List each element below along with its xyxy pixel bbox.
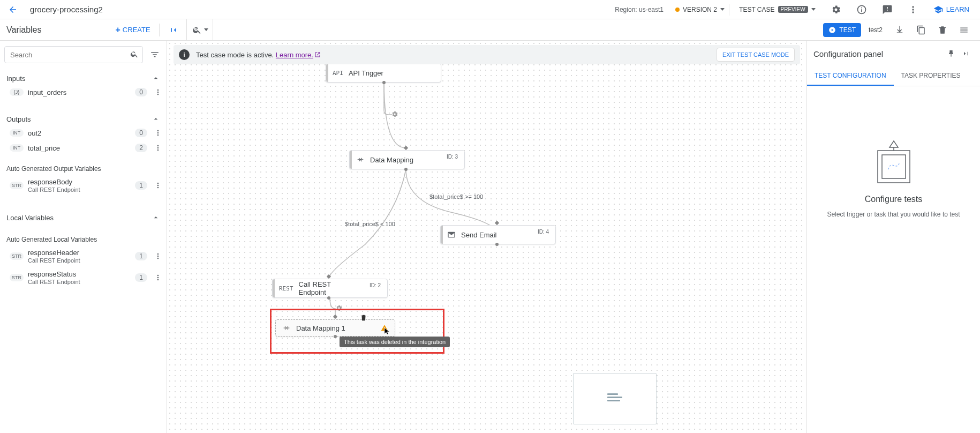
variable-row[interactable]: STR responseHeader Call REST Endpoint 1 [0, 245, 167, 267]
learn-button[interactable]: LEARN [929, 5, 974, 14]
collapse-sidebar-button[interactable] [164, 20, 183, 40]
node-call-rest[interactable]: REST Call REST Endpoint ID: 2 [272, 279, 388, 298]
delete-button[interactable] [933, 20, 952, 40]
chevron-down-icon [204, 28, 208, 31]
chevron-down-icon [811, 8, 816, 11]
mapping-icon [356, 155, 365, 164]
menu-button[interactable] [954, 20, 974, 40]
integration-canvas[interactable]: i Test case mode is active. Learn more. … [167, 41, 806, 433]
node-label: Send Email [461, 231, 522, 239]
more-vert-icon[interactable] [154, 252, 162, 260]
usage-count: 0 [135, 88, 147, 96]
more-button[interactable] [903, 0, 923, 19]
configuration-panel: Configuration panel TEST CONFIGURATION T… [806, 41, 980, 433]
delete-edge-icon[interactable] [360, 314, 367, 322]
usage-count: 0 [135, 129, 147, 137]
download-icon [895, 25, 904, 35]
node-data-mapping[interactable]: Data Mapping ID: 3 [349, 150, 465, 169]
version-status-dot [675, 8, 680, 12]
variable-row[interactable]: STR responseStatus Call REST Endpoint 1 [0, 267, 167, 288]
back-button[interactable] [6, 3, 19, 16]
section-local[interactable]: Local Variables [0, 208, 167, 224]
node-send-email[interactable]: Send Email ID: 4 [440, 225, 556, 244]
more-vert-icon[interactable] [154, 129, 162, 137]
rest-icon: REST [279, 285, 293, 292]
learn-more-link[interactable]: Learn more. [276, 51, 321, 59]
search-input[interactable] [4, 46, 143, 63]
exit-test-mode-button[interactable]: EXIT TEST CASE MODE [717, 48, 795, 62]
api-icon: API [333, 70, 343, 77]
version-selector[interactable]: VERSION 2 [671, 4, 729, 16]
testcase-selector[interactable]: TEST CASE PREVIEW [735, 4, 820, 16]
test-selector[interactable]: test2 [863, 23, 888, 37]
version-label: VERSION 2 [683, 6, 717, 13]
download-button[interactable] [890, 20, 909, 40]
filter-icon [150, 50, 160, 59]
edge-settings-icon[interactable] [391, 110, 399, 119]
variable-row[interactable]: STR responseBody Call REST Endpoint 1 [0, 175, 167, 196]
variable-name: responseStatus [28, 270, 131, 278]
test-label: TEST [839, 26, 856, 34]
configure-illustration [867, 140, 921, 188]
info-button[interactable] [852, 0, 871, 19]
learn-label: LEARN [946, 5, 969, 13]
edge-condition: $total_price$ < 100 [345, 221, 395, 227]
more-vert-icon[interactable] [154, 88, 162, 96]
usage-count: 1 [135, 181, 147, 190]
chevron-up-icon [152, 213, 160, 222]
node-id: ID: 2 [370, 282, 381, 288]
tab-task-properties[interactable]: TASK PROPERTIES [894, 66, 968, 86]
toolbar: Variables + CREATE TEST test2 [0, 19, 980, 41]
variable-row[interactable]: {J} input_orders 0 [0, 85, 167, 100]
zoom-in-icon [192, 25, 202, 35]
banner-text: Test case mode is active. Learn more. [196, 51, 321, 59]
search-icon [130, 50, 139, 60]
plus-icon: + [116, 25, 120, 35]
variables-heading: Variables [6, 25, 42, 35]
variable-row[interactable]: INT out2 0 [0, 125, 167, 140]
panel-title: Configuration panel [813, 49, 944, 58]
deleted-task-tooltip: This task was deleted in the integration [340, 337, 450, 347]
play-circle-icon [828, 26, 836, 34]
chevron-down-icon [720, 8, 725, 11]
variable-type-badge: STR [10, 274, 24, 281]
copy-button[interactable] [911, 20, 931, 40]
usage-count: 1 [135, 273, 147, 282]
pin-panel-button[interactable] [944, 46, 959, 61]
tab-test-config[interactable]: TEST CONFIGURATION [807, 66, 894, 86]
node-label: API Trigger [349, 69, 383, 77]
chevron-up-icon [152, 115, 160, 123]
more-vert-icon[interactable] [154, 181, 162, 190]
variables-sidebar: Inputs {J} input_orders 0 Outputs INT ou… [0, 41, 167, 433]
section-title: Inputs [6, 74, 25, 83]
section-inputs[interactable]: Inputs [0, 69, 167, 85]
more-vert-icon[interactable] [154, 144, 162, 152]
search-variables[interactable] [4, 46, 143, 63]
run-test-button[interactable]: TEST [823, 23, 861, 37]
chevron-up-icon [152, 74, 160, 83]
variable-row[interactable]: INT total_price 2 [0, 140, 167, 155]
region-label: Region: us-east1 [615, 6, 664, 13]
mail-icon [447, 230, 456, 239]
feedback-button[interactable] [878, 0, 897, 19]
node-id: ID: 3 [447, 154, 458, 160]
variable-source: Call REST Endpoint [28, 279, 131, 285]
feedback-icon [882, 4, 893, 15]
collapse-panel-button[interactable] [959, 46, 974, 61]
node-api-trigger[interactable]: API API Trigger [326, 63, 441, 83]
cursor-icon [384, 327, 391, 335]
section-outputs[interactable]: Outputs [0, 109, 167, 125]
filter-button[interactable] [147, 47, 162, 62]
gear-icon [831, 4, 841, 15]
variable-name: total_price [28, 144, 131, 152]
more-vert-icon[interactable] [154, 273, 162, 282]
learn-icon [933, 5, 943, 14]
svg-rect-1 [878, 151, 910, 183]
create-variable-button[interactable]: + CREATE [111, 23, 155, 37]
settings-button[interactable] [826, 0, 846, 19]
more-vert-icon [908, 4, 918, 15]
topbar: grocery-processing2 Region: us-east1 VER… [0, 0, 980, 19]
zoom-button[interactable] [192, 20, 208, 40]
node-label: Data Mapping [370, 156, 431, 164]
create-label: CREATE [123, 26, 150, 34]
